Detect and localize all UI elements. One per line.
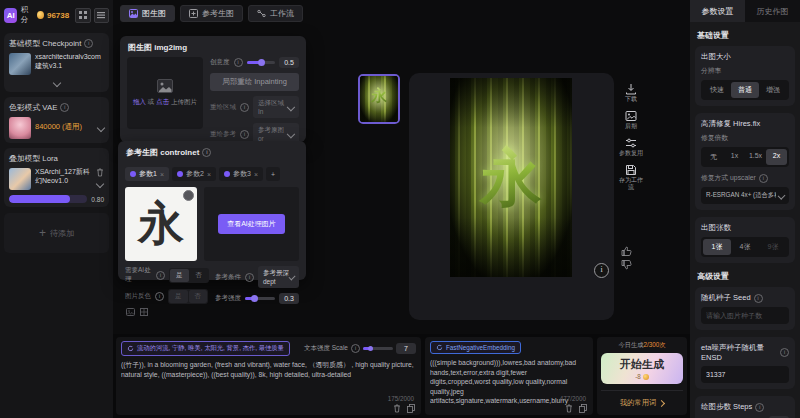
option-fast[interactable]: 快速 — [703, 82, 731, 98]
checkpoint-thumbnail — [9, 53, 31, 75]
save-workflow-button[interactable]: 存为工作流 — [618, 164, 644, 191]
coin-icon — [643, 374, 649, 380]
option-1[interactable]: 1张 — [703, 239, 731, 255]
inpainting-button[interactable]: 局部重绘 Inpainting — [210, 73, 299, 91]
checkpoint-name: xsarchitecturalv3com建筑v3.1 — [35, 53, 104, 71]
chevron-down-icon[interactable] — [96, 180, 104, 188]
option-enhanced[interactable]: 增强 — [759, 82, 787, 98]
vae-select[interactable]: 840000 (通用) — [9, 117, 104, 139]
controlnet-tab-add[interactable]: + — [266, 167, 280, 181]
ensd-input[interactable] — [701, 366, 789, 383]
reuse-params-button[interactable]: 参数复用 — [618, 137, 644, 157]
reference-icon — [189, 9, 198, 18]
controlnet-reference-image[interactable]: 永 — [125, 187, 197, 261]
close-icon[interactable]: × — [160, 171, 164, 178]
negative-embedding-chip[interactable]: FastNegativeEmbedding — [430, 341, 521, 354]
resolution-label: 分辨率 — [701, 66, 789, 76]
lora-weight-slider[interactable] — [9, 195, 87, 203]
controlnet-tab-label: 参数2 — [186, 169, 204, 179]
ref-strength-slider[interactable] — [245, 297, 275, 300]
option-2x[interactable]: 2x — [766, 149, 787, 165]
option-4[interactable]: 4张 — [731, 239, 759, 255]
tab-parameters[interactable]: 参数设置 — [690, 0, 745, 22]
controlnet-preview-area: 查看AI处理图片 — [204, 187, 299, 261]
option-1-5x[interactable]: 1.5x — [745, 149, 766, 165]
scale-value[interactable]: 7 — [396, 343, 416, 354]
checkpoint-model[interactable]: xsarchitecturalv3com建筑v3.1 — [9, 53, 104, 75]
grid-icon[interactable] — [140, 308, 148, 316]
add-lora-label: 待添加 — [50, 228, 74, 239]
copy-icon[interactable] — [407, 404, 415, 413]
image-icon — [129, 9, 138, 18]
info-icon: i — [240, 103, 249, 112]
redraw-area-select[interactable]: 选择区域 In — [253, 96, 299, 118]
upscaler-label: 修复方式 upscaler — [701, 173, 756, 183]
positive-prompt-input[interactable]: ((竹子)), in a blooming garden, (fresh and… — [121, 360, 416, 406]
hires-multiplier-segmented: 无 1x 1.5x 2x — [701, 147, 789, 167]
thumbs-down-icon[interactable] — [621, 260, 632, 270]
option-normal[interactable]: 普通 — [731, 82, 759, 98]
generate-button[interactable]: 开始生成 -8 — [601, 353, 683, 384]
option-1x[interactable]: 1x — [724, 149, 745, 165]
yes-option[interactable]: 是 — [170, 269, 189, 282]
tab-controlnet[interactable]: 参考生图 — [180, 5, 243, 22]
generate-cost: -8 — [635, 373, 641, 380]
copy-icon[interactable] — [579, 404, 587, 413]
prompt-suggestion-chip[interactable]: 流动的河流, 宁静, 唯美, 太阳光, 背景, 杰作, 最佳质量 — [121, 341, 290, 356]
output-thumbnail-selected[interactable]: 永 — [358, 74, 400, 124]
seed-input[interactable] — [701, 307, 789, 324]
thumbnail-glyph: 永 — [360, 86, 398, 107]
daily-count-value: 2/300次 — [644, 341, 666, 348]
image-icon[interactable] — [126, 308, 135, 316]
common-words-link[interactable]: 我的常用词 — [620, 391, 664, 415]
generated-image[interactable]: 永 — [450, 78, 572, 277]
no-option[interactable]: 否 — [190, 269, 209, 282]
close-icon[interactable]: × — [207, 171, 211, 178]
feedback-buttons — [621, 246, 632, 270]
dot-icon — [130, 171, 136, 177]
tab-workflow[interactable]: 工作流 — [248, 5, 303, 22]
need-ai-toggle[interactable]: 是否 — [169, 268, 209, 283]
download-button[interactable]: 下载 — [618, 83, 644, 103]
trash-icon[interactable] — [96, 168, 104, 177]
checkpoint-expand[interactable] — [9, 78, 104, 88]
trash-icon[interactable] — [393, 404, 401, 413]
menu-icon[interactable] — [94, 8, 109, 23]
ref-condition-select[interactable]: 参考景深 dept — [258, 266, 299, 288]
grid-view-icon[interactable] — [75, 8, 90, 23]
tab-img2img[interactable]: 图生图 — [120, 5, 175, 22]
upscaler-select[interactable]: R-ESRGAN 4x+ (适合多种风 — [701, 187, 789, 204]
controlnet-tab-2[interactable]: 参数2× — [172, 167, 216, 181]
view-ai-processed-button[interactable]: 查看AI处理图片 — [218, 214, 285, 234]
app-logo-icon[interactable]: AI — [4, 8, 17, 23]
image-info-icon[interactable]: i — [594, 263, 609, 278]
vignette-overlay — [450, 78, 572, 277]
seed-card: 随机种子 Seedi — [695, 287, 795, 330]
info-icon: i — [240, 130, 249, 139]
trash-icon[interactable] — [565, 404, 573, 413]
tab-label: 参考生图 — [202, 8, 234, 19]
ref-strength-value[interactable]: 0.3 — [279, 293, 299, 304]
main-canvas: 图生图 参考生图 工作流 图生图 img2img 拖入 或 点击 上传图片 — [113, 0, 690, 418]
tab-history[interactable]: 历史作图 — [745, 0, 800, 22]
controlnet-tab-label: 参数1 — [139, 169, 157, 179]
creativity-value[interactable]: 0.5 — [279, 57, 299, 68]
scale-slider[interactable] — [363, 347, 393, 350]
creativity-slider[interactable] — [247, 61, 276, 64]
add-lora-button[interactable]: + 待添加 — [4, 213, 109, 253]
controlnet-tab-1[interactable]: 参数1× — [125, 167, 169, 181]
image-upload-dropzone[interactable]: 拖入 或 点击 上传图片 — [127, 57, 203, 129]
postprocess-button[interactable]: 后期 — [618, 110, 644, 130]
checkpoint-label: 基础模型 Checkpoint — [9, 38, 81, 49]
controlnet-tab-3[interactable]: 参数3× — [219, 167, 263, 181]
points-value: 96738 — [47, 11, 69, 20]
gear-icon[interactable] — [183, 190, 194, 201]
img2img-panel-title: 图生图 img2img — [120, 36, 306, 57]
image-toolbar: 下载 后期 参数复用 存为工作流 — [618, 83, 644, 190]
option-none[interactable]: 无 — [703, 149, 724, 165]
thumbs-up-icon[interactable] — [621, 246, 632, 256]
close-icon[interactable]: × — [254, 171, 258, 178]
lora-model[interactable]: XSArchi_127新科幻Neov1.0 — [9, 168, 104, 190]
workflow-icon — [257, 9, 266, 18]
redraw-ref-label: 重绘参考 — [210, 130, 236, 139]
